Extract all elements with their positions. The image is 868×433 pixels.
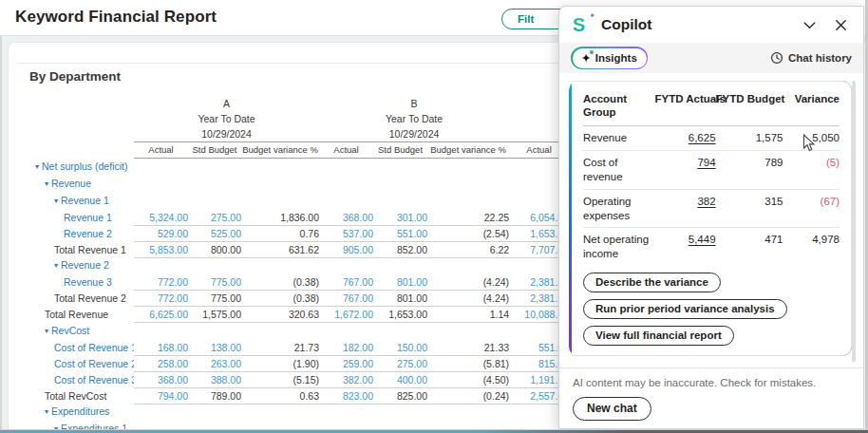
value-cell[interactable]: 767.00 — [319, 274, 373, 291]
copilot-panel: S✦ Copilot ✦ Insights Chat history — [558, 6, 864, 429]
collapse-arrow-icon[interactable]: ▾ — [35, 162, 39, 171]
corner-cell — [9, 142, 134, 159]
value-cell — [241, 193, 319, 210]
value-cell: (0.24) — [427, 387, 509, 404]
copilot-scrollbar[interactable] — [852, 81, 856, 362]
row-label[interactable]: ▾RevCost — [9, 323, 134, 340]
row-label[interactable]: Revenue 1 — [9, 210, 134, 226]
value-cell[interactable]: 368.00 — [134, 371, 188, 387]
value-cell[interactable]: 801.00 — [373, 274, 427, 291]
value-cell — [427, 323, 509, 340]
suggestion-button[interactable]: Run prior period variance analysis — [583, 299, 787, 319]
value-cell — [373, 421, 427, 429]
fytd-actuals-link[interactable]: 6,625 — [689, 132, 716, 143]
table-row: Cost of Revenue 1168.00138.0021.73182.00… — [9, 340, 569, 356]
value-cell — [427, 176, 509, 193]
value-cell[interactable]: 5,853.00 — [134, 241, 188, 257]
insight-card: Account GroupFYTD ActualsFYTD BudgetVari… — [569, 81, 852, 356]
row-label[interactable]: Cost of Revenue 1 — [9, 340, 134, 356]
row-label[interactable]: ▾Expenditures 1 — [9, 421, 134, 429]
copilot-footer: AI content may be inaccurate. Check for … — [559, 367, 863, 428]
row-label[interactable]: Revenue 2 — [9, 225, 134, 241]
value-cell — [188, 421, 241, 429]
table-row: Total Revenue6,625.001,575.00320.631,672… — [9, 307, 569, 323]
row-label[interactable]: Cost of Revenue 3 — [9, 371, 134, 387]
value-cell[interactable]: 794.00 — [134, 387, 188, 404]
table-row: Total RevCost794.00789.000.63823.00825.0… — [9, 387, 569, 404]
copilot-table-row: Net operating income5,4494714,978 — [583, 228, 840, 266]
value-cell[interactable]: 6,625.00 — [134, 307, 188, 323]
value-cell: (1.90) — [241, 355, 319, 371]
row-label: Total Revenue — [9, 307, 134, 323]
row-label: Total RevCost — [9, 387, 134, 404]
chevron-down-icon[interactable] — [801, 16, 819, 34]
value-cell[interactable]: 772.00 — [134, 291, 188, 307]
row-label[interactable]: ▾Net surplus (deficit) — [9, 159, 134, 176]
value-cell[interactable]: 301.00 — [373, 210, 427, 226]
value-cell[interactable]: 400.00 — [373, 371, 427, 387]
value-cell: 789.00 — [188, 387, 241, 404]
value-cell[interactable]: 259.00 — [319, 355, 373, 371]
fytd-actuals-cell: 5,449 — [655, 228, 716, 266]
fytd-actuals-cell: 6,625 — [655, 125, 716, 150]
value-cell[interactable]: 182.00 — [319, 340, 373, 356]
fytd-actuals-link[interactable]: 5,449 — [689, 234, 716, 245]
value-cell[interactable]: 537.00 — [319, 225, 373, 241]
close-icon[interactable] — [832, 16, 850, 34]
value-cell[interactable]: 150.00 — [373, 340, 427, 356]
value-cell[interactable]: 1,672.00 — [319, 307, 373, 323]
table-row: ▾RevCost — [9, 323, 569, 340]
value-cell[interactable]: 5,324.00 — [134, 210, 188, 226]
row-label[interactable]: ▾Revenue 1 — [9, 193, 134, 210]
value-cell[interactable]: 388.00 — [188, 371, 241, 387]
value-cell[interactable]: 551.00 — [373, 225, 427, 241]
table-row: Revenue 15,324.00275.001,836.00368.00301… — [9, 210, 569, 226]
value-cell[interactable]: 168.00 — [134, 340, 188, 356]
suggestion-button[interactable]: Describe the variance — [583, 273, 721, 292]
chat-history-button[interactable]: Chat history — [770, 51, 852, 65]
value-cell: 21.33 — [427, 340, 509, 356]
new-chat-button[interactable]: New chat — [573, 397, 651, 421]
value-cell[interactable]: 775.00 — [188, 274, 241, 291]
table-row: ▾Revenue 2 — [9, 257, 569, 274]
value-cell[interactable]: 258.00 — [134, 355, 188, 371]
row-label[interactable]: Revenue 3 — [9, 274, 134, 291]
collapse-arrow-icon[interactable]: ▾ — [45, 327, 48, 335]
fytd-actuals-link[interactable]: 794 — [697, 157, 715, 168]
value-cell[interactable]: 525.00 — [188, 225, 241, 241]
value-cell[interactable]: 767.00 — [319, 291, 373, 307]
value-cell — [373, 323, 427, 340]
copilot-table-row: Operating expenses382315(67) — [583, 189, 840, 228]
collapse-arrow-icon[interactable]: ▾ — [45, 407, 48, 416]
corner-cell — [9, 111, 134, 126]
value-cell[interactable]: 263.00 — [188, 355, 241, 371]
value-cell: 801.00 — [373, 291, 427, 307]
row-label[interactable]: Cost of Revenue 2 — [9, 355, 134, 371]
table-row: Cost of Revenue 2258.00263.00(1.90)259.0… — [9, 355, 569, 371]
insights-button[interactable]: ✦ Insights — [571, 47, 648, 69]
value-cell[interactable]: 275.00 — [188, 210, 241, 226]
row-label[interactable]: ▾Revenue 2 — [9, 257, 134, 274]
value-cell[interactable]: 823.00 — [319, 387, 373, 404]
fytd-actuals-cell: 794 — [655, 150, 716, 189]
collapse-arrow-icon[interactable]: ▾ — [45, 179, 48, 188]
row-label: Total Revenue 2 — [9, 291, 134, 307]
value-cell[interactable]: 368.00 — [319, 210, 373, 226]
row-label[interactable]: ▾Expenditures — [9, 404, 134, 421]
value-cell: (4.24) — [427, 274, 509, 291]
value-cell — [319, 193, 373, 210]
collapse-arrow-icon[interactable]: ▾ — [54, 197, 58, 205]
value-cell[interactable]: 772.00 — [134, 274, 188, 291]
fytd-actuals-link[interactable]: 382 — [697, 196, 715, 207]
value-cell — [241, 257, 319, 274]
collapse-arrow-icon[interactable]: ▾ — [54, 261, 58, 270]
value-cell[interactable]: 905.00 — [319, 241, 373, 257]
value-cell — [188, 193, 241, 210]
value-cell[interactable]: 138.00 — [188, 340, 241, 356]
value-cell[interactable]: 275.00 — [373, 355, 427, 371]
value-cell — [188, 257, 241, 274]
value-cell[interactable]: 529.00 — [134, 225, 188, 241]
suggestion-button[interactable]: View full financial report — [583, 326, 734, 346]
value-cell[interactable]: 382.00 — [319, 371, 373, 387]
row-label[interactable]: ▾Revenue — [9, 176, 134, 193]
